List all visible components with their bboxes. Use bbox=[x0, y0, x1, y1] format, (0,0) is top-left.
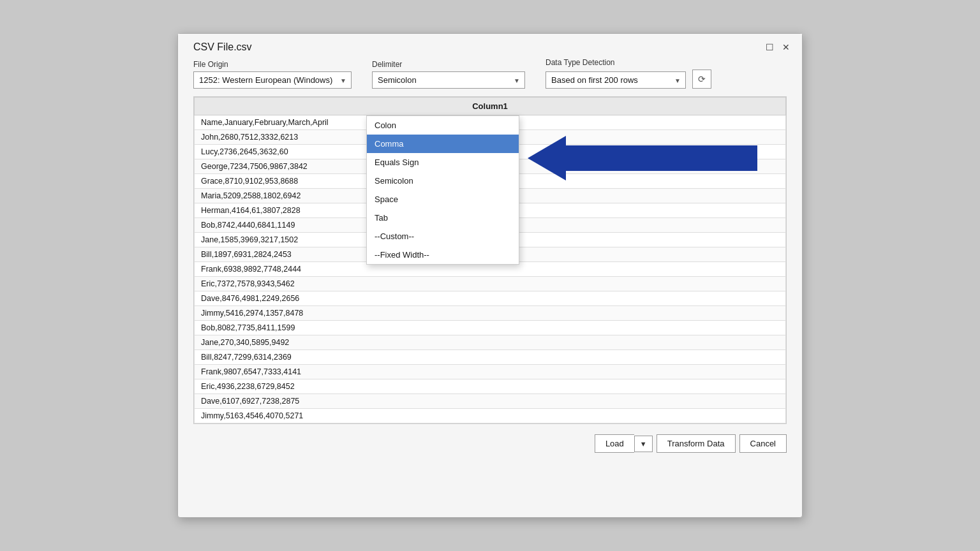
delimiter-dropdown-menu: Colon Comma Equals Sign Semicolon Space … bbox=[366, 115, 519, 265]
arrow-head-icon bbox=[528, 136, 566, 180]
table-cell: Eric,7372,7578,9343,5462 bbox=[195, 277, 786, 291]
table-cell: Bob,8082,7735,8411,1599 bbox=[195, 321, 786, 335]
detection-select[interactable]: Based on first 200 rows Based on entire … bbox=[546, 71, 686, 89]
dropdown-item-tab[interactable]: Tab bbox=[367, 209, 519, 227]
dropdown-item-colon[interactable]: Colon bbox=[367, 116, 519, 135]
delimiter-wrapper: Semicolon Comma Tab ▼ bbox=[372, 71, 525, 89]
file-origin-label: File Origin bbox=[193, 60, 352, 69]
window-controls: ☐ ✕ bbox=[764, 41, 792, 53]
close-button[interactable]: ✕ bbox=[780, 41, 792, 53]
column1-header: Column1 bbox=[195, 98, 786, 115]
table-row: Dave,6107,6927,7238,2875 bbox=[195, 394, 786, 409]
refresh-button[interactable]: ⟳ bbox=[692, 70, 711, 89]
table-row: Bill,8247,7299,6314,2369 bbox=[195, 350, 786, 365]
table-row: Jimmy,5163,4546,4070,5271 bbox=[195, 409, 786, 423]
table-cell: Dave,6107,6927,7238,2875 bbox=[195, 394, 786, 409]
csv-import-dialog: CSV File.csv ☐ ✕ File Origin 1252: Weste… bbox=[177, 33, 803, 518]
transform-data-button[interactable]: Transform Data bbox=[657, 434, 736, 453]
table-row: Bob,8082,7735,8411,1599 bbox=[195, 321, 786, 335]
delimiter-dropdown: Colon Comma Equals Sign Semicolon Space … bbox=[366, 115, 519, 265]
delimiter-group: Delimiter Semicolon Comma Tab ▼ bbox=[372, 60, 525, 89]
load-button-group: Load ▼ bbox=[595, 434, 653, 453]
load-dropdown-button[interactable]: ▼ bbox=[634, 436, 653, 452]
dialog-title: CSV File.csv bbox=[193, 41, 252, 53]
cancel-button[interactable]: Cancel bbox=[739, 434, 787, 453]
maximize-button[interactable]: ☐ bbox=[764, 41, 775, 53]
dropdown-item-comma[interactable]: Comma bbox=[367, 135, 519, 153]
table-cell: Dave,8476,4981,2249,2656 bbox=[195, 291, 786, 306]
footer-row: Load ▼ Transform Data Cancel bbox=[178, 424, 802, 463]
delimiter-select[interactable]: Semicolon Comma Tab bbox=[372, 71, 525, 89]
table-cell: Jane,270,340,5895,9492 bbox=[195, 335, 786, 350]
delimiter-label: Delimiter bbox=[372, 60, 525, 69]
table-row: Eric,7372,7578,9343,5462 bbox=[195, 277, 786, 291]
table-cell: Jimmy,5163,4546,4070,5271 bbox=[195, 409, 786, 423]
dropdown-item-space[interactable]: Space bbox=[367, 190, 519, 209]
controls-row: File Origin 1252: Western European (Wind… bbox=[178, 58, 802, 96]
title-bar: CSV File.csv ☐ ✕ bbox=[178, 34, 802, 58]
file-origin-wrapper: 1252: Western European (Windows) UTF-8 U… bbox=[193, 71, 352, 89]
table-row: Eric,4936,2238,6729,8452 bbox=[195, 379, 786, 394]
dropdown-item-fixed-width[interactable]: --Fixed Width-- bbox=[367, 246, 519, 264]
table-cell: Jimmy,5416,2974,1357,8478 bbox=[195, 306, 786, 321]
dropdown-item-custom[interactable]: --Custom-- bbox=[367, 227, 519, 246]
file-origin-select[interactable]: 1252: Western European (Windows) UTF-8 U… bbox=[193, 71, 352, 89]
load-button[interactable]: Load bbox=[595, 434, 634, 453]
data-type-detection-group: Data Type Detection Based on first 200 r… bbox=[546, 58, 711, 89]
detection-controls: Based on first 200 rows Based on entire … bbox=[546, 70, 711, 89]
table-row: Dave,8476,4981,2249,2656 bbox=[195, 291, 786, 306]
data-type-detection-label: Data Type Detection bbox=[546, 58, 711, 67]
arrow-annotation bbox=[528, 136, 757, 180]
table-cell: Eric,4936,2238,6729,8452 bbox=[195, 379, 786, 394]
table-row: Jimmy,5416,2974,1357,8478 bbox=[195, 306, 786, 321]
table-cell: Bill,8247,7299,6314,2369 bbox=[195, 350, 786, 365]
table-cell: Frank,9807,6547,7333,4141 bbox=[195, 365, 786, 379]
dropdown-item-equals-sign[interactable]: Equals Sign bbox=[367, 153, 519, 172]
arrow-body bbox=[566, 145, 757, 171]
detection-wrapper: Based on first 200 rows Based on entire … bbox=[546, 71, 686, 89]
table-row: Jane,270,340,5895,9492 bbox=[195, 335, 786, 350]
dropdown-item-semicolon[interactable]: Semicolon bbox=[367, 172, 519, 190]
file-origin-group: File Origin 1252: Western European (Wind… bbox=[193, 60, 352, 89]
table-row: Frank,9807,6547,7333,4141 bbox=[195, 365, 786, 379]
